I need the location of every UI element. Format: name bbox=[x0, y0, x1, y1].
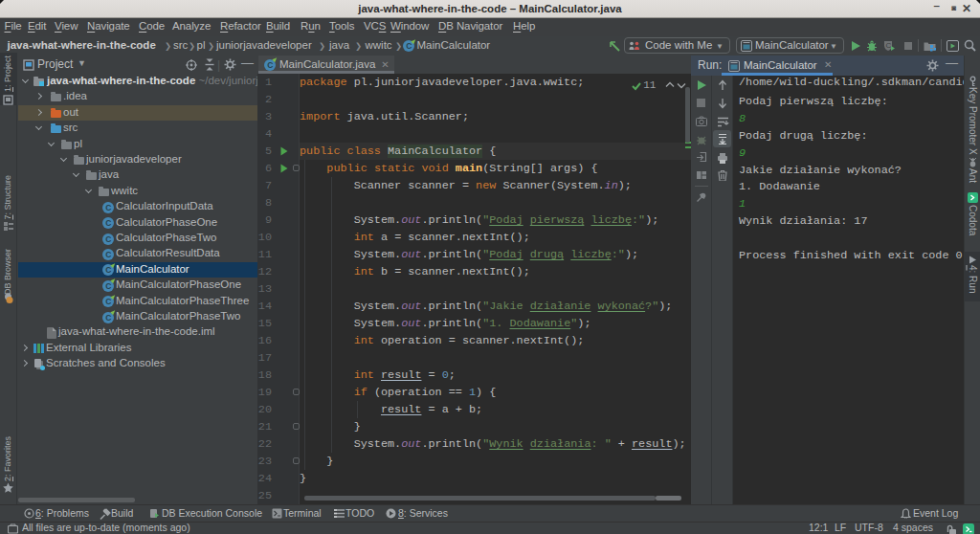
svg-text:C: C bbox=[886, 41, 892, 50]
